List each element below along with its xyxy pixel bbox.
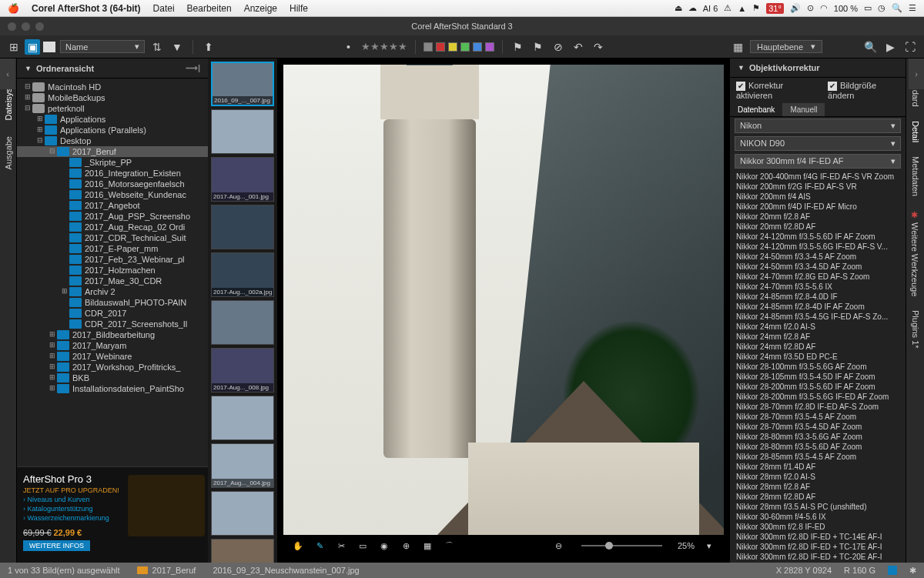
undo-icon[interactable]: ↶ xyxy=(571,39,586,55)
min-dot[interactable] xyxy=(22,22,30,31)
sync-icon[interactable]: ☁ xyxy=(688,3,697,13)
tree-item[interactable]: 2017_Feb_23_Webinar_pl xyxy=(17,254,208,265)
vol-icon[interactable]: ▲ xyxy=(738,4,746,13)
close-dot[interactable] xyxy=(8,22,16,31)
flag-icon[interactable]: ⚑ xyxy=(752,3,760,13)
zoom-dd-icon[interactable]: ▾ xyxy=(702,541,716,551)
lens-item[interactable]: Nikkor 28mm f/2.8 AF xyxy=(730,482,906,492)
chk-resize[interactable]: ✔Bildgröße ändern xyxy=(828,81,899,100)
rt-tools[interactable]: ✱ Weitere Werkzeuge xyxy=(910,210,920,296)
tree-item[interactable]: CDR_2017_Screenshots_Il xyxy=(17,319,208,329)
lens-item[interactable]: Nikkor 28-100mm f/3.5-5.6G AF Zoom xyxy=(730,362,906,372)
tab-database[interactable]: Datenbank xyxy=(730,103,782,116)
view-single-icon[interactable]: ▣ xyxy=(25,39,40,55)
full-icon[interactable]: ⛶ xyxy=(902,39,918,55)
thumbnail[interactable] xyxy=(211,300,274,345)
tree-item[interactable]: ⊞Applications (Parallels) xyxy=(17,125,208,135)
rt-plugins[interactable]: Plugins 1* xyxy=(911,310,920,349)
lens-item[interactable]: Nikkor 24-120mm f/3.5-5.6D IF AF Zoom xyxy=(730,232,906,242)
sound-icon[interactable]: 🔊 xyxy=(790,3,801,13)
view-compare-icon[interactable] xyxy=(43,42,55,52)
tree-item[interactable]: 2016_Webseite_Kundenac xyxy=(17,189,208,200)
wifi-icon[interactable]: ◠ xyxy=(820,3,828,13)
tree-item[interactable]: 2017_Mae_30_CDR xyxy=(17,276,208,286)
lens-item[interactable]: Nikkor 28mm f/3.5 AI-S PC (unshifted) xyxy=(730,502,906,512)
tree-item[interactable]: ⊞2017_Webinare xyxy=(17,351,208,362)
lens-item[interactable]: Nikkor 24-120mm f/3.5-5.6G IF-ED AF-S V.… xyxy=(730,242,906,252)
collapse-left[interactable]: ‹ xyxy=(0,58,15,89)
lens-item[interactable]: Nikkor 28-85mm f/3.5-4.5 AF Zoom xyxy=(730,452,906,462)
tab-output[interactable]: Ausgabe xyxy=(4,136,13,169)
lock-icon[interactable] xyxy=(888,566,897,575)
tree-item[interactable]: 2017_Aug_Recap_02 Ordi xyxy=(17,222,208,232)
thumbnail[interactable]: 2017-Aug..._008.jpg xyxy=(211,348,274,393)
tree-item[interactable]: 2017_E-Paper_mm xyxy=(17,243,208,254)
crumb-folder[interactable]: 2017_Beruf xyxy=(152,566,196,575)
tree-item[interactable]: 2017_Aug_PSP_Screensho xyxy=(17,211,208,222)
thumbnail[interactable]: 2016_09_..._007.jpg xyxy=(211,62,274,106)
lens-item[interactable]: Nikkor 28-70mm f/2.8D IF-ED AF-S Zoom xyxy=(730,402,906,412)
crop-tool-icon[interactable]: ✂ xyxy=(334,541,348,551)
lens-item[interactable]: Nikkor 200mm f/2G IF-ED AF-S VR xyxy=(730,182,906,192)
lens-item[interactable]: Nikkor 24mm f/2.0 AI-S xyxy=(730,322,906,332)
export-icon[interactable]: ⬆ xyxy=(201,39,216,55)
lens-item[interactable]: Nikkor 300mm f/2.8D IF-ED AF-I xyxy=(730,562,906,563)
lens-dropdown[interactable]: Nikkor 300mm f/4 IF-ED AF▾ xyxy=(735,154,901,169)
brush-tool-icon[interactable]: ⌒ xyxy=(442,540,456,552)
lens-item[interactable]: Nikkor 28-105mm f/3.5-4.5D IF AF Zoom xyxy=(730,372,906,382)
lens-item[interactable]: Nikkor 300mm f/2.8 IF-ED xyxy=(730,522,906,532)
tree-item[interactable]: ⊟peterknoll xyxy=(17,103,208,114)
lens-item[interactable]: Nikkor 20mm f/2.8 AF xyxy=(730,212,906,222)
lens-item[interactable]: Nikkor 24-50mm f/3.3-4.5 AF Zoom xyxy=(730,252,906,262)
tree-item[interactable]: ⊞Installationsdateien_PaintSho xyxy=(17,383,208,394)
lens-item[interactable]: Nikkor 24-50mm f/3.3-4.5D AF Zoom xyxy=(730,262,906,272)
layers-icon[interactable]: ▦ xyxy=(730,39,745,55)
max-dot[interactable] xyxy=(35,22,44,31)
tree-item[interactable]: CDR_2017 xyxy=(17,308,208,319)
lens-item[interactable]: Nikkor 28-70mm f/3.5-4.5D AF Zoom xyxy=(730,422,906,432)
redo-icon[interactable]: ↷ xyxy=(591,39,606,55)
lens-item[interactable]: Nikkor 24-70mm f/2.8G ED AF-S Zoom xyxy=(730,272,906,282)
lens-item[interactable]: Nikkor 28-200mm f/3.5-5.6G IF-ED AF Zoom xyxy=(730,392,906,402)
star-icon[interactable]: ✱ xyxy=(909,566,916,576)
reject-icon[interactable]: ⊘ xyxy=(551,39,566,55)
time-icon[interactable]: ◷ xyxy=(878,3,886,13)
tree-item[interactable]: ⊟Desktop xyxy=(17,135,208,146)
slideshow-icon[interactable]: ▶ xyxy=(882,39,898,55)
lens-item[interactable]: Nikkor 200mm f/4D IF-ED AF Micro xyxy=(730,202,906,212)
tree-item[interactable]: 2016_Motorsaegenfaelsch xyxy=(17,179,208,189)
lens-item[interactable]: Nikkor 24mm f/2.8D AF xyxy=(730,342,906,352)
tree-item[interactable]: 2017_CDR_Technical_Suit xyxy=(17,232,208,243)
lens-item[interactable]: Nikkor 24-70mm f/3.5-5.6 IX xyxy=(730,282,906,292)
tab-manual[interactable]: Manuell xyxy=(782,103,825,116)
tree-item[interactable]: 2017_Angebot xyxy=(17,200,208,211)
lens-item[interactable]: Nikkor 200mm f/4 AIS xyxy=(730,192,906,202)
adobe-icon[interactable]: AI 6 xyxy=(703,4,718,13)
zoom-out-icon[interactable]: ⊖ xyxy=(552,541,566,551)
filter-icon[interactable]: ▼ xyxy=(169,39,185,55)
maker-dropdown[interactable]: Nikon▾ xyxy=(735,119,901,133)
lens-item[interactable]: Nikkor 28mm f/1.4D AF xyxy=(730,462,906,472)
picker-tool-icon[interactable]: ✎ xyxy=(313,541,326,551)
view-grid-icon[interactable]: ⊞ xyxy=(6,39,22,55)
lens-item[interactable]: Nikkor 300mm f/2.8D IF-ED + TC-14E AF-I xyxy=(730,532,906,542)
lens-item[interactable]: Nikkor 28-80mm f/3.5-5.6D AF Zoom xyxy=(730,442,906,452)
image-canvas[interactable] xyxy=(283,65,724,535)
collapse-right[interactable]: › xyxy=(909,58,924,89)
lens-header[interactable]: ▼Objektivkorrektur xyxy=(730,58,906,78)
thumbnail[interactable]: 2017-Aug..._005.jpg xyxy=(211,539,274,563)
lens-item[interactable]: Nikkor 30-60mm f/4-5.6 IX xyxy=(730,512,906,522)
lens-item[interactable]: Nikkor 24-85mm f/3.5-4.5G IF-ED AF-S Zo.… xyxy=(730,312,906,322)
tree-item[interactable]: Bildauswahl_PHOTO-PAIN xyxy=(17,297,208,308)
rt-meta[interactable]: Metadaten xyxy=(911,156,920,196)
tree-item[interactable]: 2017_Holzmachen xyxy=(17,265,208,276)
rating-stars[interactable]: ★★★★★ xyxy=(361,41,407,52)
lens-item[interactable]: Nikkor 28mm f/2.8D AF xyxy=(730,492,906,502)
thumbnail[interactable] xyxy=(211,396,274,440)
menu-edit[interactable]: Bearbeiten xyxy=(187,3,232,14)
tree-item[interactable]: ⊞BKB xyxy=(17,373,208,383)
lens-item[interactable]: Nikkor 20mm f/2.8D AF xyxy=(730,222,906,232)
tree-item[interactable]: 2016_Integration_Existen xyxy=(17,168,208,179)
flag2-icon[interactable]: ⚑ xyxy=(531,39,546,55)
tree-item[interactable]: ⊞2017_Maryam xyxy=(17,340,208,351)
